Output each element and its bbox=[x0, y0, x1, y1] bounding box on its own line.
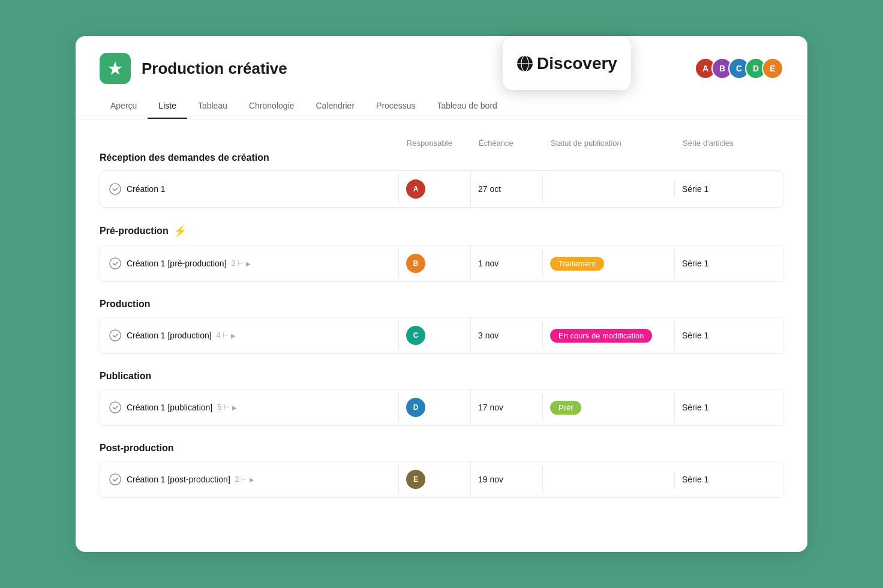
lightning-icon: ⚡ bbox=[173, 224, 187, 238]
svg-point-8 bbox=[110, 474, 121, 485]
section-title-postproduction: Post-production bbox=[100, 443, 783, 454]
section-reception: Réception des demandes de création Créat… bbox=[100, 152, 783, 208]
task-avatar: B bbox=[406, 254, 425, 273]
section-title-publication: Publication bbox=[100, 371, 783, 382]
svg-point-7 bbox=[110, 402, 121, 413]
task-date: 1 nov bbox=[478, 259, 498, 268]
col-header-deadline: Échéance bbox=[471, 139, 543, 148]
task-date-cell: 27 oct bbox=[471, 176, 543, 202]
task-avatar-cell: B bbox=[399, 245, 471, 281]
task-status-cell bbox=[543, 471, 675, 488]
task-date: 19 nov bbox=[478, 475, 503, 484]
task-status-cell: Prêt bbox=[543, 392, 675, 423]
section-publication: Publication Création 1 [publication] 5 ⊢… bbox=[100, 371, 783, 426]
section-postproduction: Post-production Création 1 [post-product… bbox=[100, 443, 783, 498]
task-avatar-cell: D bbox=[399, 389, 471, 425]
task-avatar-cell: C bbox=[399, 317, 471, 353]
section-production: Production Création 1 [production] 4 ⊢ ▶ bbox=[100, 299, 783, 354]
subtask-icon: ⊢ bbox=[241, 476, 247, 484]
task-serie-cell: Série 1 bbox=[675, 250, 783, 277]
task-status-cell: Traitement bbox=[543, 248, 675, 279]
avatar: E bbox=[762, 58, 783, 79]
task-name: Création 1 [pré-production] bbox=[127, 259, 227, 268]
task-date: 27 oct bbox=[478, 184, 501, 194]
nav-tabs: Aperçu Liste Tableau Chronologie Calendr… bbox=[100, 94, 783, 119]
expand-icon: ▶ bbox=[250, 476, 254, 483]
section-title-reception: Réception des demandes de création bbox=[100, 152, 783, 163]
task-serie: Série 1 bbox=[682, 331, 708, 340]
expand-icon: ▶ bbox=[231, 332, 236, 339]
task-date-cell: 17 nov bbox=[471, 394, 543, 421]
subtask-icon: ⊢ bbox=[224, 404, 230, 412]
task-serie: Série 1 bbox=[682, 259, 708, 268]
main-card: Production créative A B C D E Aperçu Lis… bbox=[76, 36, 807, 552]
task-name: Création 1 bbox=[127, 184, 166, 194]
app-icon bbox=[100, 53, 131, 84]
task-name-cell: Création 1 [publication] 5 ⊢ ▶ bbox=[100, 392, 399, 422]
task-row[interactable]: Création 1 A 27 oct Série 1 bbox=[100, 170, 783, 208]
subtask-icon: ⊢ bbox=[223, 332, 229, 340]
task-name: Création 1 [post-production] bbox=[127, 475, 230, 484]
task-avatar: D bbox=[406, 398, 425, 417]
check-icon bbox=[109, 329, 122, 342]
tab-tableau-bord[interactable]: Tableau de bord bbox=[426, 94, 507, 119]
check-icon bbox=[109, 473, 122, 486]
task-date-cell: 19 nov bbox=[471, 466, 543, 493]
task-name-cell: Création 1 [pré-production] 3 ⊢ ▶ bbox=[100, 248, 399, 278]
col-header-responsible: Responsable bbox=[400, 139, 471, 148]
task-meta: 3 ⊢ ▶ bbox=[232, 259, 251, 268]
tab-liste[interactable]: Liste bbox=[148, 94, 187, 119]
task-date-cell: 3 nov bbox=[471, 322, 543, 349]
task-name: Création 1 [production] bbox=[127, 331, 212, 340]
header-top: Production créative A B C D E bbox=[100, 53, 783, 84]
section-title-preproduction: Pré-production ⚡ bbox=[100, 224, 783, 238]
task-serie: Série 1 bbox=[682, 403, 708, 412]
task-date: 17 nov bbox=[478, 403, 503, 412]
svg-point-6 bbox=[110, 330, 121, 341]
check-icon bbox=[109, 182, 122, 196]
task-serie-cell: Série 1 bbox=[675, 394, 783, 421]
status-badge: En cours de modification bbox=[550, 329, 652, 343]
task-row[interactable]: Création 1 [post-production] 2 ⊢ ▶ E 19 … bbox=[100, 461, 783, 498]
task-meta: 4 ⊢ ▶ bbox=[217, 331, 236, 340]
svg-point-4 bbox=[110, 184, 121, 194]
status-badge: Prêt bbox=[550, 401, 581, 415]
column-headers: Responsable Échéance Statut de publicati… bbox=[100, 139, 783, 152]
tab-processus[interactable]: Processus bbox=[365, 94, 426, 119]
tab-calendrier[interactable]: Calendrier bbox=[305, 94, 365, 119]
task-meta: 2 ⊢ ▶ bbox=[235, 475, 255, 484]
task-row[interactable]: Création 1 [production] 4 ⊢ ▶ C 3 nov En… bbox=[100, 317, 783, 354]
task-name-cell: Création 1 bbox=[100, 174, 399, 204]
task-serie-cell: Série 1 bbox=[675, 466, 783, 493]
subtask-icon: ⊢ bbox=[238, 260, 244, 268]
discovery-text: Discovery bbox=[537, 54, 617, 73]
task-avatar-cell: E bbox=[399, 461, 471, 497]
col-header-series: Série d'articles bbox=[675, 139, 783, 148]
task-avatar: E bbox=[406, 470, 425, 489]
content: Responsable Échéance Statut de publicati… bbox=[76, 119, 807, 534]
tab-chronologie[interactable]: Chronologie bbox=[238, 94, 305, 119]
svg-point-5 bbox=[110, 258, 121, 269]
task-name-cell: Création 1 [post-production] 2 ⊢ ▶ bbox=[100, 464, 399, 494]
col-header-publication: Statut de publication bbox=[543, 139, 675, 148]
task-meta: 5 ⊢ ▶ bbox=[217, 403, 237, 412]
task-status-cell: En cours de modification bbox=[543, 320, 675, 351]
check-icon bbox=[109, 257, 122, 270]
task-row[interactable]: Création 1 [pré-production] 3 ⊢ ▶ B 1 no… bbox=[100, 245, 783, 282]
task-serie: Série 1 bbox=[682, 184, 708, 194]
task-date-cell: 1 nov bbox=[471, 250, 543, 277]
tab-apercu[interactable]: Aperçu bbox=[100, 94, 148, 119]
tab-tableau[interactable]: Tableau bbox=[187, 94, 238, 119]
task-status-cell bbox=[543, 181, 675, 197]
task-row[interactable]: Création 1 [publication] 5 ⊢ ▶ D 17 nov … bbox=[100, 389, 783, 426]
task-serie-cell: Série 1 bbox=[675, 322, 783, 349]
avatar-group: A B C D E bbox=[695, 58, 783, 79]
section-preproduction: Pré-production ⚡ Création 1 [pré-product… bbox=[100, 224, 783, 282]
task-date: 3 nov bbox=[478, 331, 498, 340]
discovery-logo: Discovery bbox=[516, 54, 617, 73]
project-title: Production créative bbox=[142, 59, 287, 78]
header: Production créative A B C D E Aperçu Lis… bbox=[76, 36, 807, 119]
expand-icon: ▶ bbox=[246, 260, 251, 267]
status-badge: Traitement bbox=[550, 257, 604, 271]
task-name: Création 1 [publication] bbox=[127, 403, 212, 412]
